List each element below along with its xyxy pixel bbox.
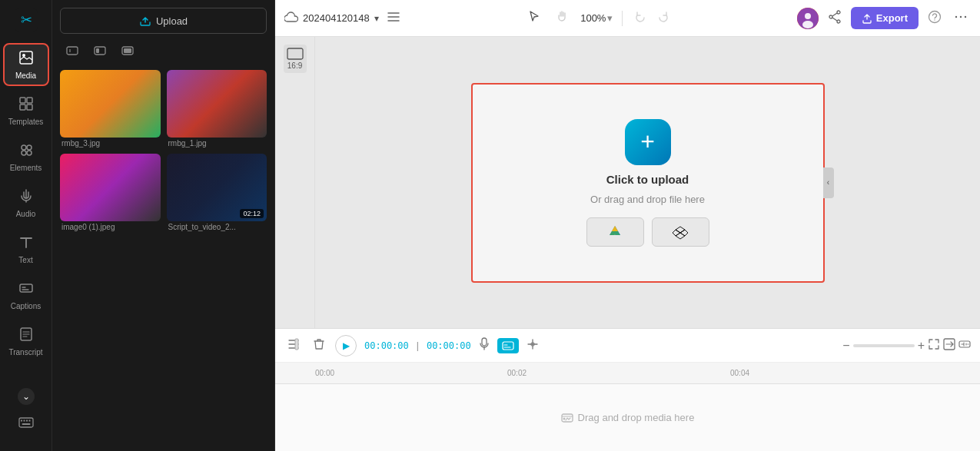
project-name: 202404120148 [303, 12, 370, 24]
svg-rect-18 [28, 420, 30, 422]
svg-point-34 [960, 15, 962, 17]
zoom-dropdown-icon[interactable]: ▾ [607, 12, 613, 24]
svg-rect-17 [26, 420, 28, 422]
topbar-menu-icon[interactable] [387, 12, 400, 25]
sidebar-item-captions-label: Captions [11, 302, 41, 310]
svg-point-32 [934, 19, 935, 20]
sidebar-item-media[interactable]: Media [3, 43, 49, 86]
keyboard-icon [18, 417, 34, 429]
svg-point-9 [27, 145, 32, 150]
timeline-zoom-out-button[interactable]: − [842, 339, 849, 353]
svg-point-31 [929, 11, 941, 22]
upload-zone: + Click to upload Or drag and drop file … [586, 119, 709, 247]
audio-icon [18, 188, 34, 207]
view-medium-icon[interactable] [88, 40, 112, 64]
sidebar: ✂ Media Templates [0, 0, 52, 451]
text-icon [18, 234, 34, 254]
topbar-center: 100% ▾ [407, 7, 791, 29]
view-toggle-bar [52, 40, 274, 70]
view-large-icon[interactable] [115, 40, 140, 64]
sidebar-item-keyboard[interactable] [3, 408, 49, 439]
timeline-mic-button[interactable] [479, 337, 490, 354]
view-small-icon[interactable] [60, 40, 85, 64]
svg-rect-38 [482, 338, 487, 346]
canvas-frame: ‹ + Click to upload Or drag and drop fil… [471, 83, 825, 283]
svg-point-35 [965, 15, 966, 17]
svg-rect-24 [124, 48, 131, 53]
google-drive-button[interactable] [586, 217, 644, 247]
main-content: 202404120148 ▾ 100% ▾ [275, 0, 980, 451]
drag-drop-zone[interactable]: Drag and drop media here [561, 412, 695, 424]
svg-text:✂: ✂ [20, 12, 32, 28]
transcript-icon [18, 327, 34, 346]
media-panel: Upload rmbg_3.jpg [52, 0, 275, 451]
svg-point-26 [805, 13, 811, 19]
sidebar-item-captions[interactable]: Captions [3, 274, 49, 317]
media-filename: image0 (1).jpeg [60, 223, 161, 231]
sidebar-item-elements[interactable]: Elements [3, 135, 49, 178]
timeline-fit-button[interactable] [928, 338, 940, 353]
timeline-voice-button[interactable] [958, 338, 971, 353]
media-item[interactable]: 02:12 Script_to_video_2... [167, 154, 267, 231]
media-item[interactable]: rmbg_1.jpg [167, 70, 267, 148]
timeline-zoom-in-button[interactable]: + [918, 339, 925, 353]
sidebar-item-text[interactable]: Text [3, 227, 49, 270]
media-grid: rmbg_3.jpg rmbg_1.jpg image0 (1).jpeg 02… [52, 70, 274, 231]
redo-button[interactable] [653, 7, 672, 29]
timeline-zoom-slider[interactable] [853, 344, 915, 347]
dropbox-button[interactable] [652, 217, 709, 247]
timeline-expand-button[interactable] [943, 338, 955, 353]
upload-subtitle: Or drag and drop file here [590, 194, 705, 205]
canvas-area: ‹ + Click to upload Or drag and drop fil… [315, 37, 980, 328]
svg-point-8 [22, 145, 26, 150]
media-filename: rmbg_1.jpg [167, 139, 267, 148]
cloud-services-row [586, 217, 709, 247]
undo-button[interactable] [632, 7, 650, 29]
timeline-trim-button[interactable] [284, 335, 303, 356]
timeline-delete-button[interactable] [311, 335, 327, 356]
aspect-ratio-button[interactable]: 16:9 [284, 45, 307, 73]
aspect-ratio-bar: 16:9 [275, 37, 315, 328]
svg-point-29 [829, 15, 832, 18]
export-button[interactable]: Export [851, 7, 919, 29]
share-button[interactable] [825, 7, 845, 30]
export-label: Export [876, 12, 908, 24]
svg-rect-14 [19, 418, 33, 427]
project-dropdown-button[interactable]: ▾ [374, 13, 379, 24]
upload-button[interactable]: Upload [60, 8, 267, 34]
sidebar-item-templates-label: Templates [8, 118, 44, 126]
topbar: 202404120148 ▾ 100% ▾ [275, 0, 980, 37]
timeline-zoom-controls: − + [842, 338, 971, 353]
timeline-play-button[interactable]: ▶ [335, 335, 357, 356]
upload-section: Upload [60, 8, 267, 34]
hand-tool-button[interactable] [553, 7, 571, 29]
topbar-left: 202404120148 ▾ [284, 12, 400, 25]
svg-point-10 [22, 151, 26, 155]
media-item[interactable]: rmbg_3.jpg [60, 70, 161, 148]
svg-rect-4 [20, 98, 25, 103]
sidebar-expand-button[interactable]: ⌄ [18, 388, 35, 405]
drag-drop-label: Drag and drop media here [578, 412, 695, 423]
svg-point-27 [802, 21, 813, 28]
help-button[interactable] [925, 7, 945, 30]
collapse-panel-button[interactable]: ‹ [823, 167, 834, 198]
media-item[interactable]: image0 (1).jpeg [60, 154, 161, 231]
sidebar-item-audio[interactable]: Audio [3, 181, 49, 224]
svg-rect-22 [96, 48, 99, 53]
timeline-cut-button[interactable] [527, 338, 539, 353]
app-logo[interactable]: ✂ [12, 6, 40, 34]
sidebar-item-transcript[interactable]: Transcript [3, 320, 49, 363]
svg-point-44 [563, 417, 565, 419]
timeline-captions-button[interactable] [497, 338, 519, 353]
sidebar-item-templates[interactable]: Templates [3, 89, 49, 132]
pointer-tool-button[interactable] [525, 7, 543, 29]
ruler-mark-2: 00:04 [730, 369, 749, 377]
svg-rect-2 [20, 51, 32, 64]
add-media-button[interactable]: + [625, 119, 671, 165]
user-avatar[interactable] [797, 8, 819, 29]
svg-rect-5 [27, 98, 32, 103]
ruler-mark-1: 00:02 [507, 369, 527, 377]
more-options-button[interactable] [951, 7, 971, 30]
zoom-value: 100% [580, 12, 606, 24]
timeline-track-area[interactable]: Drag and drop media here [275, 384, 980, 451]
